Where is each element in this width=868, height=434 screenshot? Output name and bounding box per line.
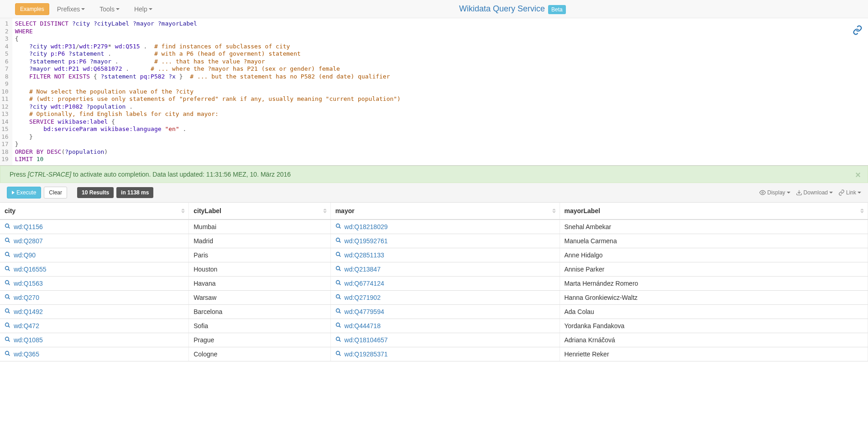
city-label-cell: Sofia	[189, 319, 330, 333]
code-body[interactable]: SELECT DISTINCT ?city ?cityLabel ?mayor …	[12, 18, 868, 165]
svg-point-38	[5, 351, 9, 355]
svg-line-27	[8, 312, 10, 313]
link-label: Link	[846, 189, 856, 196]
svg-line-41	[339, 354, 340, 356]
table-row: wd:Q365Cologne wd:Q19285371Henriette Rek…	[0, 347, 868, 361]
download-menu[interactable]: Download	[796, 189, 833, 196]
sort-icon[interactable]	[860, 209, 864, 213]
close-icon[interactable]: ×	[855, 170, 861, 180]
table-row: wd:Q16555Houston wd:Q213847Annise Parker	[0, 262, 868, 276]
caret-icon	[81, 8, 85, 10]
svg-point-8	[336, 238, 340, 241]
city-label-cell: Madrid	[189, 234, 330, 248]
svg-point-0	[762, 192, 764, 193]
svg-point-4	[336, 224, 340, 227]
city-link[interactable]: wd:Q1563	[5, 280, 43, 287]
city-link[interactable]: wd:Q16555	[5, 266, 47, 273]
city-link[interactable]: wd:Q1085	[5, 336, 43, 344]
tools-menu[interactable]: Tools	[93, 1, 126, 17]
mayor-link[interactable]: wd:Q19285371	[335, 350, 388, 358]
mayor-label-cell: Ada Colau	[559, 304, 868, 319]
svg-line-29	[339, 312, 340, 313]
clear-button[interactable]: Clear	[44, 187, 67, 199]
prefixes-menu[interactable]: Prefixes	[50, 1, 92, 17]
execute-button[interactable]: Execute	[7, 187, 41, 199]
svg-line-17	[339, 269, 340, 271]
permalink-icon[interactable]	[852, 25, 863, 37]
caret-icon	[829, 192, 833, 193]
help-menu[interactable]: Help	[127, 1, 159, 17]
mayor-link[interactable]: wd:Q271902	[335, 294, 381, 301]
mayor-label-cell: Annise Parker	[559, 262, 868, 276]
examples-button[interactable]: Examples	[15, 3, 49, 15]
mayor-label-cell: Snehal Ambekar	[559, 220, 868, 234]
mayor-link[interactable]: wd:Q2851133	[335, 251, 384, 259]
svg-line-31	[8, 326, 10, 327]
caret-icon	[116, 8, 120, 10]
sort-icon[interactable]	[181, 209, 185, 213]
line-gutter: 12345678910111213141516171819	[0, 18, 12, 165]
mayor-label-cell: Anne Hidalgo	[559, 248, 868, 262]
action-bar: Execute Clear 10 Results in 1138 ms Disp…	[0, 183, 868, 203]
mayor-link[interactable]: wd:Q213847	[335, 266, 381, 273]
table-row: wd:Q1085Prague wd:Q18104657Adriana Krnáč…	[0, 333, 868, 347]
svg-point-20	[336, 280, 340, 284]
svg-point-28	[336, 309, 340, 312]
city-link[interactable]: wd:Q472	[5, 322, 39, 329]
svg-point-18	[5, 280, 9, 284]
mayor-link[interactable]: wd:Q444718	[335, 322, 381, 329]
caret-icon	[787, 192, 790, 193]
download-label: Download	[804, 189, 828, 196]
status-shortcut: [CTRL-SPACE]	[28, 171, 71, 178]
beta-badge: Beta	[548, 5, 566, 14]
sort-icon[interactable]	[323, 209, 327, 213]
city-link[interactable]: wd:Q1156	[5, 223, 43, 230]
column-header[interactable]: mayorLabel	[559, 203, 868, 220]
svg-point-30	[5, 323, 9, 326]
svg-line-3	[8, 227, 10, 228]
column-header[interactable]: cityLabel	[189, 203, 330, 220]
svg-line-33	[339, 326, 340, 327]
svg-point-2	[5, 224, 9, 227]
svg-point-34	[5, 337, 9, 340]
city-link[interactable]: wd:Q365	[5, 350, 39, 358]
mayor-label-cell: Manuela Carmena	[559, 234, 868, 248]
status-prefix: Press	[10, 171, 28, 178]
query-editor[interactable]: 12345678910111213141516171819 SELECT DIS…	[0, 18, 868, 166]
mayor-link[interactable]: wd:Q4779594	[335, 308, 384, 315]
mayor-label-cell: Yordanka Fandakova	[559, 319, 868, 333]
table-row: wd:Q472Sofia wd:Q444718Yordanka Fandakov…	[0, 319, 868, 333]
svg-line-9	[339, 241, 340, 242]
code-editor[interactable]: 12345678910111213141516171819 SELECT DIS…	[0, 18, 868, 165]
city-link[interactable]: wd:Q2807	[5, 237, 43, 245]
action-right: Display Download Link	[759, 189, 861, 196]
city-link[interactable]: wd:Q270	[5, 294, 39, 301]
caret-icon	[858, 192, 861, 193]
city-link[interactable]: wd:Q1492	[5, 308, 43, 315]
mayor-link[interactable]: wd:Q6774124	[335, 280, 384, 287]
table-body: wd:Q1156Mumbai wd:Q18218029Snehal Ambeka…	[0, 220, 868, 361]
mayor-link[interactable]: wd:Q18104657	[335, 336, 388, 344]
mayor-label-cell: Marta Hernández Romero	[559, 276, 868, 290]
svg-line-35	[8, 340, 10, 341]
city-link[interactable]: wd:Q90	[5, 251, 36, 259]
svg-line-25	[339, 298, 340, 299]
sort-icon[interactable]	[552, 209, 556, 213]
link-menu[interactable]: Link	[838, 189, 861, 196]
display-menu[interactable]: Display	[759, 189, 790, 196]
svg-point-32	[336, 323, 340, 326]
status-suffix: to activate auto completion. Data last u…	[71, 171, 291, 178]
caret-icon	[149, 8, 152, 10]
svg-line-15	[8, 269, 10, 271]
city-label-cell: Cologne	[189, 347, 330, 361]
column-header[interactable]: city	[0, 203, 189, 220]
mayor-label-cell: Henriette Reker	[559, 347, 868, 361]
svg-line-37	[339, 340, 340, 341]
play-icon	[12, 191, 15, 194]
column-header[interactable]: mayor	[330, 203, 559, 220]
mayor-link[interactable]: wd:Q18218029	[335, 223, 388, 230]
svg-line-21	[339, 283, 340, 285]
mayor-link[interactable]: wd:Q19592761	[335, 237, 388, 245]
status-bar: Press [CTRL-SPACE] to activate auto comp…	[0, 166, 868, 183]
svg-line-39	[8, 354, 10, 356]
